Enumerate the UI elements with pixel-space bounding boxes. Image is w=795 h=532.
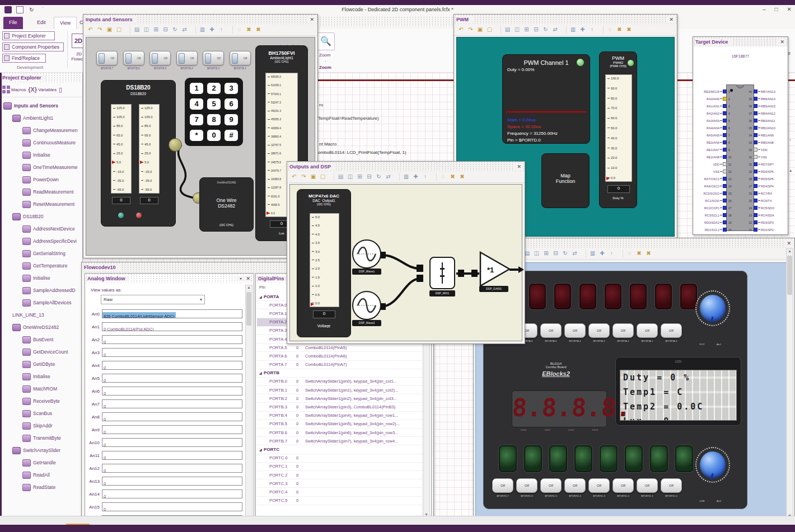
chip-pin[interactable]: RC0/SOSO — [694, 190, 727, 197]
digital-pin-row[interactable]: PORTC.10 — [257, 463, 423, 471]
tree-item[interactable]: ContinuousMeasure — [0, 136, 82, 149]
tree-item[interactable]: SampleAllDevices — [0, 296, 82, 309]
tree-item[interactable]: ResetMeasurement — [0, 198, 82, 210]
tree-item[interactable]: ReadState — [0, 481, 82, 493]
toolbar-icon-14[interactable]: ✖ — [245, 26, 252, 34]
find-replace-button[interactable]: Find/Replace — [2, 54, 46, 63]
toolbar-icon-13[interactable]: ◌ — [623, 249, 633, 257]
chip-pin[interactable]: RC1/SOSI — [694, 197, 727, 204]
digital-pin-row[interactable]: ◢PORTC — [257, 445, 423, 454]
toolbar-icon-3[interactable]: ▢ — [319, 173, 326, 181]
toolbar-icon-1[interactable]: ↷ — [300, 173, 307, 181]
tree-item[interactable]: GetSerialString — [0, 247, 82, 260]
analog-value-field[interactable]: 0 — [102, 489, 242, 498]
chip-pin[interactable]: RC3/SCL1 — [694, 211, 727, 219]
close-icon[interactable]: ✕ — [777, 39, 785, 45]
chip-pin[interactable]: VSS — [694, 168, 727, 175]
pwm-channel1-panel[interactable]: PWM Channel 1 Duty = 0.00% Mark = 0.00us… — [502, 54, 590, 144]
digital-pin-row[interactable]: PORTB.20SwitchArraySlider1(pin2), keypad… — [257, 394, 423, 403]
chip-pin[interactable]: RB2/AN10 — [754, 124, 788, 131]
tree-item[interactable]: Initialise — [0, 272, 82, 284]
pwm-window-title[interactable]: PWM✕ — [454, 15, 677, 24]
chip-pin[interactable]: RA0/AN0 — [694, 95, 727, 102]
close-button[interactable]: ✕ — [787, 6, 792, 12]
chip-pin[interactable]: RB6/AN14 — [754, 95, 788, 102]
tree-item[interactable]: SampleAddressedD — [0, 284, 82, 296]
toolbar-icon-13[interactable]: ◌ — [232, 26, 243, 34]
tree-item[interactable]: AmbientLight1 — [0, 112, 82, 124]
outputs-panel-area[interactable]: MCP47x6 DAC DAC_Output1 (I2C CH1) 5.04.5… — [289, 184, 522, 341]
toolbar-icon-6[interactable]: ⊞ — [543, 249, 550, 257]
board-button[interactable]: Off — [588, 478, 610, 493]
analog-value-field[interactable]: 0 — [102, 361, 242, 370]
objects-icon[interactable]: ▯ — [59, 86, 62, 93]
chip-pin[interactable]: VSS — [754, 153, 788, 161]
toolbar-icon-15[interactable]: ✖ — [255, 26, 262, 34]
analog-value-field[interactable]: 0 — [102, 477, 242, 486]
expand-arrow-icon[interactable]: ◢ — [257, 371, 261, 375]
analog-value-field[interactable]: 0 — [102, 502, 242, 511]
toolbar-icon-8[interactable]: ↻ — [171, 26, 179, 34]
toolbar-icon-9[interactable]: ⇄ — [181, 26, 188, 34]
board-button[interactable]: Off — [661, 478, 682, 493]
chip-pin[interactable]: RB3/AN11 — [754, 117, 788, 124]
chip-pin[interactable]: RD2/SP2 — [754, 226, 788, 233]
toolbar-icon-2[interactable]: ▣ — [476, 26, 484, 34]
toolbar-icon-0[interactable]: ↶ — [457, 26, 465, 34]
analog-value-field[interactable]: 0 — [102, 335, 242, 344]
digital-pin-row[interactable]: PORTB.10SwitchArraySlider1(pin1), keypad… — [257, 386, 423, 394]
toolbar-icon-3[interactable]: ▢ — [115, 26, 123, 34]
board-scrollbar[interactable]: ▲▼ — [786, 248, 793, 518]
toolbar-icon-15[interactable]: ✖ — [625, 26, 633, 34]
toolbar-icon-9[interactable]: ⇄ — [551, 26, 559, 34]
digital-pin-row[interactable]: PORTA.70ComboBL0114(PinA7) — [257, 361, 423, 369]
chip-pin[interactable]: RA5/AN5 — [694, 131, 727, 139]
toolbar-icon-14[interactable]: ✖ — [635, 249, 643, 257]
view-values-dropdown[interactable]: Raw ▾ — [101, 295, 205, 304]
toolbar-icon-4[interactable]: ▤ — [501, 26, 511, 34]
tree-item[interactable]: Initialise — [0, 149, 82, 161]
chip-pin[interactable]: RD5/SP5 — [754, 175, 788, 182]
analog-value-field[interactable]: 0 — [102, 348, 242, 357]
board-button[interactable]: Off — [540, 478, 562, 493]
digital-pin-row[interactable]: PORTC.00 — [257, 454, 423, 463]
analog-value-field[interactable]: 0 — [102, 387, 242, 396]
board-button[interactable]: Off — [612, 323, 634, 338]
scroll-right-icon[interactable]: › — [789, 138, 791, 143]
chip-body[interactable]: 1234567891011121314151617181920 40393837… — [726, 84, 754, 231]
analog-value-field[interactable]: 0 — [102, 451, 242, 460]
toolbar-icon-7[interactable]: ⊟ — [532, 26, 540, 34]
scroll-up-icon[interactable]: ▴ — [789, 168, 792, 173]
digital-pin-row[interactable]: PORTB.70SwitchArraySlider1(pin7), keypad… — [257, 437, 423, 445]
tree-item[interactable]: ReceiveByte — [0, 395, 82, 407]
close-icon[interactable]: ✕ — [666, 17, 675, 22]
toolbar-icon-12[interactable]: ↑ — [218, 26, 225, 34]
board-button[interactable]: Off — [564, 323, 586, 338]
chip-pin[interactable]: RC7/RX — [754, 190, 788, 197]
project-explorer-button[interactable]: Project Explorer — [2, 31, 55, 40]
outputs-window-title[interactable]: Outputs and DSP✕ — [287, 162, 525, 171]
tree-item[interactable]: Inputs and Sensors — [0, 100, 82, 112]
dsp-wave1[interactable] — [352, 239, 381, 269]
chip-pin[interactable]: RA1/AN1 — [694, 102, 727, 110]
toolbar-icon-10[interactable]: ▥ — [566, 26, 577, 34]
close-icon[interactable]: ✕ — [513, 164, 522, 170]
chip-pin[interactable]: VDD — [754, 146, 788, 153]
tree-item[interactable]: ChangeMeasuremen — [0, 124, 82, 136]
tree-item[interactable]: DS18B20 — [0, 210, 82, 223]
toolbar-icon-4[interactable]: ▤ — [334, 173, 344, 181]
toolbar-icon-12[interactable]: ↑ — [588, 26, 596, 34]
close-icon[interactable]: ✕ — [306, 17, 315, 22]
toolbar-icon-1[interactable]: ↷ — [96, 26, 104, 34]
chip-pin[interactable]: RA4/AN4 — [694, 124, 727, 131]
chip-pin[interactable]: RD1/SCL2 — [694, 226, 727, 233]
toolbar-icon-4[interactable]: ▤ — [130, 26, 141, 34]
toolbar-icon-13[interactable]: ◌ — [436, 173, 447, 181]
tree-item[interactable]: OneWireDS2482 — [0, 321, 82, 333]
toolbar-icon-9[interactable]: ⇄ — [385, 173, 392, 181]
toolbar-icon-0[interactable]: ↶ — [87, 26, 94, 34]
analog-scrollbar[interactable]: ▲ — [245, 285, 252, 517]
toolbar-icon-5[interactable]: ◫ — [143, 26, 150, 34]
toolbar-icon-2[interactable]: ▣ — [310, 173, 317, 181]
toolbar-icon-2[interactable]: ▣ — [106, 26, 113, 34]
